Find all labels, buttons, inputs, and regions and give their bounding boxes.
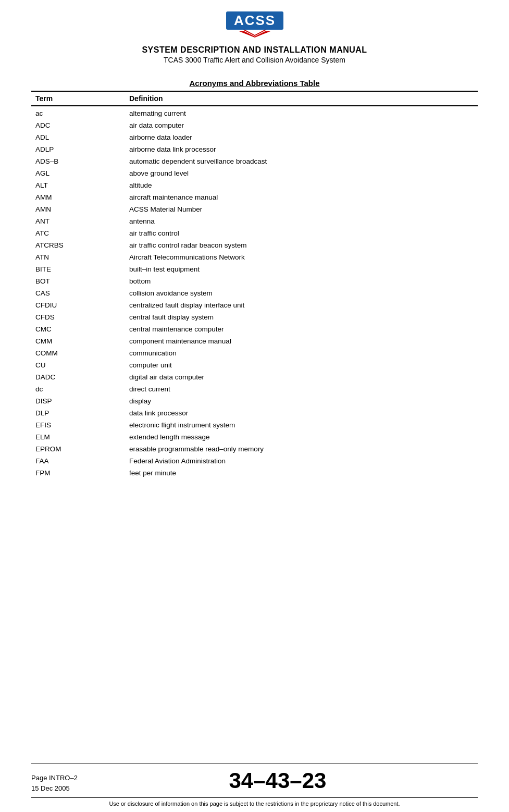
- term-cell: CMC: [31, 323, 125, 335]
- term-cell: EPROM: [31, 443, 125, 455]
- term-cell: ATCRBS: [31, 239, 125, 251]
- date-label: 15 Dec 2005: [31, 783, 78, 794]
- table-row: AGLabove ground level: [31, 167, 478, 179]
- col-term-header: Term: [31, 91, 125, 106]
- term-cell: ATN: [31, 251, 125, 263]
- table-row: ADLairborne data loader: [31, 131, 478, 143]
- term-cell: AMN: [31, 203, 125, 215]
- table-row: ALTaltitude: [31, 179, 478, 191]
- term-cell: BOT: [31, 275, 125, 287]
- definition-cell: electronic flight instrument system: [125, 419, 478, 431]
- definition-cell: computer unit: [125, 359, 478, 371]
- table-row: COMMcommunication: [31, 347, 478, 359]
- term-cell: ANT: [31, 215, 125, 227]
- definition-cell: above ground level: [125, 167, 478, 179]
- definition-cell: antenna: [125, 215, 478, 227]
- table-row: FPMfeet per minute: [31, 467, 478, 479]
- table-row: CMMcomponent maintenance manual: [31, 335, 478, 347]
- term-cell: COMM: [31, 347, 125, 359]
- table-row: CAScollision avoidance system: [31, 287, 478, 299]
- table-header-row: Term Definition: [31, 91, 478, 106]
- term-cell: EFIS: [31, 419, 125, 431]
- term-cell: CFDS: [31, 311, 125, 323]
- term-cell: AGL: [31, 167, 125, 179]
- table-row: AMNACSS Material Number: [31, 203, 478, 215]
- table-row: CFDScentral fault display system: [31, 311, 478, 323]
- page-wrapper: ACSS SYSTEM DESCRIPTION AND INSTALLATION…: [0, 0, 509, 812]
- term-cell: ADLP: [31, 143, 125, 155]
- term-cell: AMM: [31, 191, 125, 203]
- page-footer: Page INTRO–2 15 Dec 2005 34–43–23 Use or…: [31, 753, 478, 812]
- footer-divider: [31, 764, 478, 764]
- term-cell: ADC: [31, 119, 125, 131]
- table-row: ADS–Bautomatic dependent surveillance br…: [31, 155, 478, 167]
- term-cell: CAS: [31, 287, 125, 299]
- definition-cell: altitude: [125, 179, 478, 191]
- definition-cell: component maintenance manual: [125, 335, 478, 347]
- term-cell: CMM: [31, 335, 125, 347]
- term-cell: CU: [31, 359, 125, 371]
- definition-cell: extended length message: [125, 431, 478, 443]
- definition-cell: digital air data computer: [125, 371, 478, 383]
- definition-cell: direct current: [125, 383, 478, 395]
- term-cell: ATC: [31, 227, 125, 239]
- footer-content: Page INTRO–2 15 Dec 2005 34–43–23: [31, 768, 478, 793]
- definition-cell: Aircraft Telecommunications Network: [125, 251, 478, 263]
- definition-cell: built–in test equipment: [125, 263, 478, 275]
- term-cell: BITE: [31, 263, 125, 275]
- doc-title: SYSTEM DESCRIPTION AND INSTALLATION MANU…: [142, 45, 367, 55]
- col-definition-header: Definition: [125, 91, 478, 106]
- table-row: ATNAircraft Telecommunications Network: [31, 251, 478, 263]
- table-row: CFDIUcentralized fault display interface…: [31, 299, 478, 311]
- footer-notice: Use or disclosure of information on this…: [31, 797, 478, 807]
- page-header: ACSS SYSTEM DESCRIPTION AND INSTALLATION…: [31, 0, 478, 69]
- table-row: ADCair data computer: [31, 119, 478, 131]
- table-row: dcdirect current: [31, 383, 478, 395]
- table-row: BITEbuilt–in test equipment: [31, 263, 478, 275]
- table-row: ADLPairborne data link processor: [31, 143, 478, 155]
- svg-marker-2: [239, 31, 270, 38]
- table-row: DISPdisplay: [31, 395, 478, 407]
- definition-cell: data link processor: [125, 407, 478, 419]
- definition-cell: centralized fault display interface unit: [125, 299, 478, 311]
- table-row: AMMaircraft maintenance manual: [31, 191, 478, 203]
- footer-left: Page INTRO–2 15 Dec 2005: [31, 773, 78, 793]
- table-row: CMCcentral maintenance computer: [31, 323, 478, 335]
- acronym-table: Term Definition acalternating currentADC…: [31, 91, 478, 479]
- definition-cell: communication: [125, 347, 478, 359]
- definition-cell: central maintenance computer: [125, 323, 478, 335]
- table-row: EFISelectronic flight instrument system: [31, 419, 478, 431]
- table-row: DADCdigital air data computer: [31, 371, 478, 383]
- term-cell: ALT: [31, 179, 125, 191]
- table-row: DLPdata link processor: [31, 407, 478, 419]
- term-cell: DADC: [31, 371, 125, 383]
- table-row: BOTbottom: [31, 275, 478, 287]
- term-cell: DISP: [31, 395, 125, 407]
- term-cell: dc: [31, 383, 125, 395]
- acss-logo: ACSS: [221, 10, 289, 39]
- doc-number: 34–43–23: [78, 768, 478, 793]
- definition-cell: bottom: [125, 275, 478, 287]
- table-title: Acronyms and Abbreviations Table: [31, 79, 478, 88]
- table-row: FAAFederal Aviation Administration: [31, 455, 478, 467]
- definition-cell: airborne data link processor: [125, 143, 478, 155]
- definition-cell: central fault display system: [125, 311, 478, 323]
- definition-cell: feet per minute: [125, 467, 478, 479]
- term-cell: ADL: [31, 131, 125, 143]
- term-cell: ELM: [31, 431, 125, 443]
- term-cell: ADS–B: [31, 155, 125, 167]
- definition-cell: erasable programmable read–only memory: [125, 443, 478, 455]
- term-cell: CFDIU: [31, 299, 125, 311]
- definition-cell: Federal Aviation Administration: [125, 455, 478, 467]
- term-cell: FPM: [31, 467, 125, 479]
- table-row: CUcomputer unit: [31, 359, 478, 371]
- definition-cell: display: [125, 395, 478, 407]
- table-row: ANTantenna: [31, 215, 478, 227]
- page-label: Page INTRO–2: [31, 773, 78, 783]
- definition-cell: aircraft maintenance manual: [125, 191, 478, 203]
- table-row: ATCRBSair traffic control radar beacon s…: [31, 239, 478, 251]
- definition-cell: air data computer: [125, 119, 478, 131]
- term-cell: DLP: [31, 407, 125, 419]
- definition-cell: ACSS Material Number: [125, 203, 478, 215]
- definition-cell: collision avoidance system: [125, 287, 478, 299]
